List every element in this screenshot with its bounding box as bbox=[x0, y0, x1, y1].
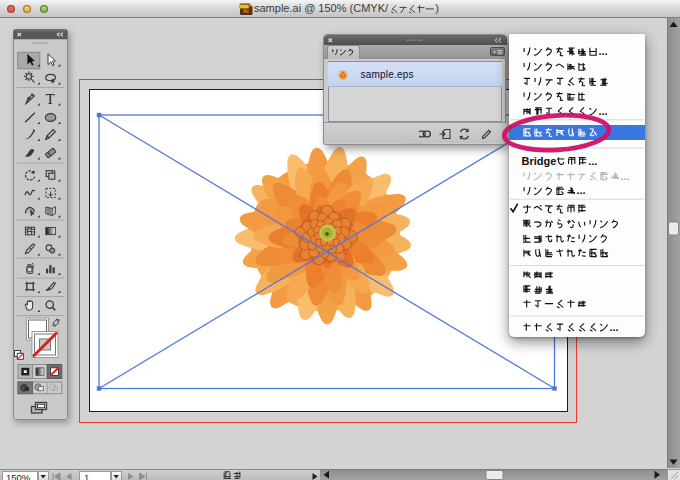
svg-text:Ai: Ai bbox=[243, 8, 249, 14]
svg-text:T: T bbox=[46, 91, 55, 107]
svg-text:): ) bbox=[435, 3, 439, 14]
svg-text:sample.ai @ 150% (CMYK/: sample.ai @ 150% (CMYK/ bbox=[254, 3, 389, 14]
